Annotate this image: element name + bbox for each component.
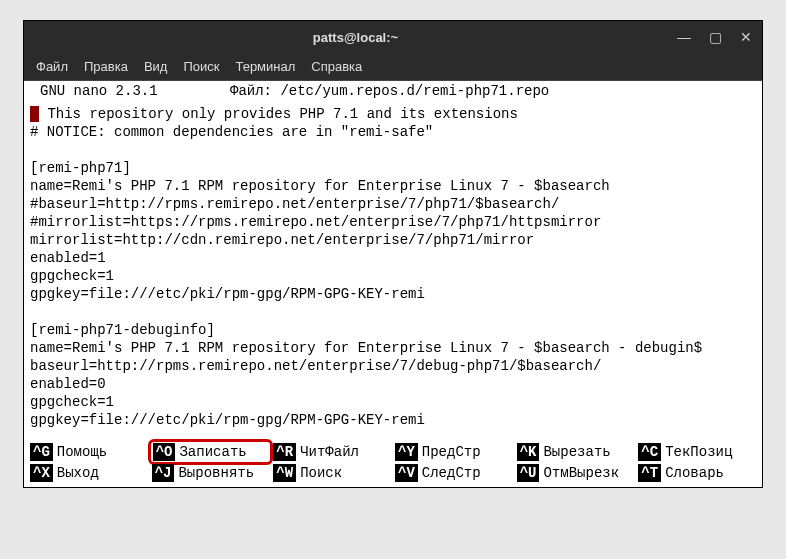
file-line: [remi-php71] — [30, 160, 131, 176]
menu-terminal[interactable]: Терминал — [235, 59, 295, 74]
shortcut-key: ^T — [638, 464, 661, 482]
shortcut-nextpage[interactable]: ^V СледСтр — [393, 463, 515, 483]
shortcut-uncut[interactable]: ^U ОтмВырезк — [515, 463, 637, 483]
minimize-icon[interactable]: — — [677, 29, 691, 45]
shortcut-prevpage[interactable]: ^Y ПредСтр — [393, 441, 515, 463]
shortcut-readfile[interactable]: ^R ЧитФайл — [271, 441, 393, 463]
shortcut-key: ^U — [517, 464, 540, 482]
window-controls: — ▢ ✕ — [677, 29, 752, 45]
shortcut-key: ^O — [153, 443, 176, 461]
file-line: enabled=0 — [30, 376, 106, 392]
menu-file[interactable]: Файл — [36, 59, 68, 74]
shortcut-label: Помощь — [57, 444, 107, 460]
file-line: gpgcheck=1 — [30, 268, 114, 284]
window-title: patts@local:~ — [34, 30, 677, 45]
shortcut-label: Словарь — [665, 465, 724, 481]
shortcut-key: ^J — [152, 464, 175, 482]
file-line: gpgkey=file:///etc/pki/rpm-gpg/RPM-GPG-K… — [30, 286, 425, 302]
file-line: gpgkey=file:///etc/pki/rpm-gpg/RPM-GPG-K… — [30, 412, 425, 428]
maximize-icon[interactable]: ▢ — [709, 29, 722, 45]
shortcut-label: СледСтр — [422, 465, 481, 481]
shortcut-exit[interactable]: ^X Выход — [28, 463, 150, 483]
menu-help[interactable]: Справка — [311, 59, 362, 74]
file-line: name=Remi's PHP 7.1 RPM repository for E… — [30, 178, 610, 194]
shortcut-label: ТекПозиц — [665, 444, 732, 460]
cursor — [30, 106, 39, 122]
file-line: This repository only provides PHP 7.1 an… — [39, 106, 518, 122]
file-line: [remi-php71-debuginfo] — [30, 322, 215, 338]
shortcut-key: ^G — [30, 443, 53, 461]
file-line: enabled=1 — [30, 250, 106, 266]
menu-search[interactable]: Поиск — [183, 59, 219, 74]
shortcut-label: Записать — [179, 444, 246, 460]
shortcut-key: ^Y — [395, 443, 418, 461]
shortcut-key: ^V — [395, 464, 418, 482]
shortcut-label: Выход — [57, 465, 99, 481]
shortcut-search[interactable]: ^W Поиск — [271, 463, 393, 483]
file-line: gpgcheck=1 — [30, 394, 114, 410]
shortcut-label: Вырезать — [543, 444, 610, 460]
menu-view[interactable]: Вид — [144, 59, 168, 74]
menubar: Файл Правка Вид Поиск Терминал Справка — [24, 53, 762, 81]
file-line: mirrorlist=http://cdn.remirepo.net/enter… — [30, 232, 534, 248]
shortcut-key: ^X — [30, 464, 53, 482]
shortcut-label: Выровнять — [178, 465, 254, 481]
shortcut-key: ^K — [517, 443, 540, 461]
shortcut-key: ^W — [273, 464, 296, 482]
nano-shortcuts: ^G Помощь ^O Записать ^R ЧитФайл ^Y Пред… — [24, 441, 762, 487]
shortcut-justify[interactable]: ^J Выровнять — [150, 463, 272, 483]
shortcut-key: ^R — [273, 443, 296, 461]
shortcut-spell[interactable]: ^T Словарь — [636, 463, 758, 483]
file-line: #baseurl=http://rpms.remirepo.net/enterp… — [30, 196, 559, 212]
file-line: # NOTICE: common dependencies are in "re… — [30, 124, 433, 140]
shortcut-key: ^C — [638, 443, 661, 461]
terminal-window: patts@local:~ — ▢ ✕ Файл Правка Вид Поис… — [23, 20, 763, 488]
nano-app-name: GNU nano 2.3.1 — [30, 83, 230, 99]
shortcut-help[interactable]: ^G Помощь — [28, 441, 150, 463]
shortcut-writeout[interactable]: ^O Записать — [148, 439, 274, 465]
shortcut-label: Поиск — [300, 465, 342, 481]
nano-header: GNU nano 2.3.1 Файл: /etc/yum.repos.d/re… — [24, 81, 762, 101]
editor-content[interactable]: This repository only provides PHP 7.1 an… — [24, 101, 762, 441]
shortcut-label: ОтмВырезк — [543, 465, 619, 481]
titlebar: patts@local:~ — ▢ ✕ — [24, 21, 762, 53]
shortcut-label: ЧитФайл — [300, 444, 359, 460]
close-icon[interactable]: ✕ — [740, 29, 752, 45]
nano-file-path: Файл: /etc/yum.repos.d/remi-php71.repo — [230, 83, 549, 99]
file-line: baseurl=http://rpms.remirepo.net/enterpr… — [30, 358, 601, 374]
file-line: #mirrorlist=https://rpms.remirepo.net/en… — [30, 214, 601, 230]
menu-edit[interactable]: Правка — [84, 59, 128, 74]
file-line: name=Remi's PHP 7.1 RPM repository for E… — [30, 340, 702, 356]
shortcut-cut[interactable]: ^K Вырезать — [515, 441, 637, 463]
shortcut-label: ПредСтр — [422, 444, 481, 460]
shortcut-curpos[interactable]: ^C ТекПозиц — [636, 441, 758, 463]
